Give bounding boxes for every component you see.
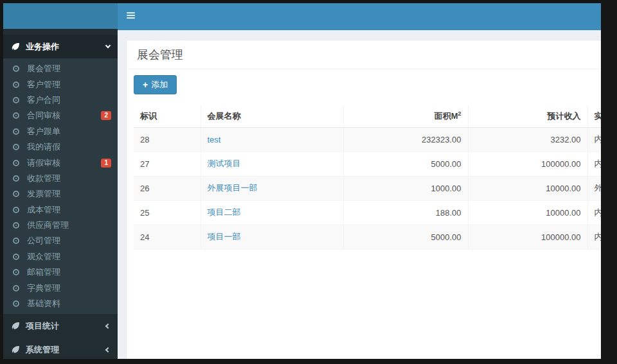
app-window: 业务操作 展会管理 客户管理 客户合同 合同审核 2 客户跟单 我的请假 请假审… [3, 3, 601, 359]
sidebar-item-label: 供应商管理 [27, 220, 111, 231]
table-row: 28test232323.003232.00内展项目 [134, 127, 601, 152]
sidebar-item-label: 收款管理 [27, 173, 111, 184]
notification-badge: 1 [101, 159, 111, 168]
column-header-dept: 实施部门 [587, 105, 601, 127]
cell-id: 28 [134, 127, 201, 152]
dot-circle-icon [13, 300, 19, 307]
sidebar-item[interactable]: 客户管理 [3, 76, 118, 92]
exhibition-name-link[interactable]: test [208, 135, 221, 144]
cell-name: 项目二部 [201, 200, 343, 225]
sidebar-section-label: 系统管理 [26, 344, 106, 356]
sidebar-item[interactable]: 收款管理 [3, 171, 118, 186]
sidebar-item[interactable]: 展会管理 [3, 61, 118, 76]
sidebar-item-label: 我的请假 [27, 141, 111, 153]
sidebar-item[interactable]: 成本管理 [3, 202, 118, 218]
add-button[interactable]: + 添加 [134, 75, 177, 94]
leaf-icon [11, 322, 20, 331]
sidebar-item-label: 字典管理 [27, 282, 111, 294]
sidebar-section-business-ops[interactable]: 业务操作 [3, 35, 118, 58]
cell-name: 外展项目一部 [201, 176, 343, 200]
column-header-id: 标识 [134, 105, 201, 127]
chevron-left-icon [105, 324, 111, 329]
leaf-icon [11, 42, 20, 51]
dot-circle-icon [13, 160, 19, 166]
dot-circle-icon [13, 207, 19, 213]
cell-dept: 外展项目 [587, 176, 601, 200]
dot-circle-icon [13, 82, 19, 88]
chevron-left-icon [105, 347, 111, 352]
sidebar-item-label: 发票管理 [27, 188, 111, 200]
cell-id: 24 [134, 225, 201, 249]
sidebar-item[interactable]: 我的请假 [3, 139, 118, 155]
panel-body: + 添加 标识会展名称面积M2预计收入实施部门 28test232323.003… [127, 69, 601, 250]
sidebar-item-label: 客户合同 [27, 94, 111, 106]
chevron-down-icon [105, 43, 111, 48]
table-row: 26外展项目一部1000.0010000.00外展项目 [134, 176, 601, 200]
cell-income: 3232.00 [468, 127, 587, 152]
exhibition-name-link[interactable]: 测试项目 [208, 159, 241, 168]
cell-name: 项目一部 [201, 225, 343, 249]
sidebar-item[interactable]: 字典管理 [3, 280, 118, 295]
sidebar-item-label: 合同审核 [27, 110, 101, 121]
sidebar-item-label: 观众管理 [27, 251, 111, 263]
cell-id: 26 [134, 176, 201, 200]
plus-icon: + [143, 80, 148, 89]
dot-circle-icon [13, 97, 19, 103]
dot-circle-icon [13, 191, 19, 197]
cell-income: 10000.00 [468, 200, 587, 225]
sidebar-section-project-stats[interactable]: 项目统计 [3, 314, 118, 338]
hamburger-icon[interactable] [126, 12, 136, 22]
exhibition-name-link[interactable]: 项目一部 [208, 232, 241, 241]
panel-header: 展会管理 [127, 40, 601, 69]
sidebar-item-label: 展会管理 [27, 63, 111, 74]
sidebar-item[interactable]: 请假审核 1 [3, 155, 118, 170]
sidebar-item[interactable]: 邮箱管理 [3, 264, 118, 280]
column-header-area: 面积M2 [343, 105, 468, 127]
cell-dept: 内展项目 [587, 225, 601, 249]
cell-area: 5000.00 [343, 152, 468, 176]
dot-circle-icon [13, 175, 19, 182]
notification-badge: 2 [101, 111, 111, 120]
cell-name: test [201, 127, 343, 152]
dot-circle-icon [13, 269, 19, 275]
sidebar: 业务操作 展会管理 客户管理 客户合同 合同审核 2 客户跟单 我的请假 请假审… [3, 29, 118, 359]
cell-dept: 内展项目 [587, 152, 601, 176]
table-row: 24项目一部5000.00100000.00内展项目 [134, 225, 601, 249]
sidebar-item-label: 客户管理 [27, 79, 111, 91]
logo-area [3, 3, 118, 29]
sidebar-item-label: 请假审核 [27, 157, 101, 169]
exhibition-name-link[interactable]: 外展项目一部 [208, 183, 258, 193]
sidebar-item[interactable]: 客户合同 [3, 92, 118, 108]
table-header-row: 标识会展名称面积M2预计收入实施部门 [134, 105, 601, 127]
sidebar-item-label: 客户跟单 [27, 126, 111, 137]
cell-name: 测试项目 [201, 152, 343, 176]
cell-id: 25 [134, 200, 201, 225]
top-navbar [118, 3, 601, 30]
sidebar-item[interactable]: 公司管理 [3, 233, 118, 248]
dot-circle-icon [13, 222, 19, 229]
exhibition-name-link[interactable]: 项目二部 [208, 207, 241, 217]
exhibition-table: 标识会展名称面积M2预计收入实施部门 28test232323.003232.0… [134, 105, 601, 250]
dot-circle-icon [13, 128, 19, 135]
sidebar-item[interactable]: 基础资料 [3, 296, 118, 311]
cell-dept: 内展项目 [587, 200, 601, 225]
sidebar-section-system-mgmt[interactable]: 系统管理 [3, 338, 118, 359]
dot-circle-icon [13, 238, 19, 244]
sidebar-section-label: 项目统计 [26, 320, 106, 332]
cell-income: 100000.00 [468, 152, 587, 176]
exhibition-panel: 展会管理 + 添加 标识会展名称面积M2预计收入实施部门 28test23232… [126, 40, 601, 359]
sidebar-item[interactable]: 供应商管理 [3, 218, 118, 233]
column-header-name: 会展名称 [201, 105, 343, 127]
content-area: 展会管理 + 添加 标识会展名称面积M2预计收入实施部门 28test23232… [118, 30, 601, 359]
cell-dept: 内展项目 [587, 127, 601, 152]
sidebar-item[interactable]: 客户跟单 [3, 124, 118, 139]
add-button-label: 添加 [151, 79, 168, 91]
cell-income: 10000.00 [468, 176, 587, 200]
sidebar-item[interactable]: 观众管理 [3, 249, 118, 264]
table-row: 27测试项目5000.00100000.00内展项目 [134, 152, 601, 176]
table-row: 25项目二部188.0010000.00内展项目 [134, 200, 601, 225]
sidebar-item[interactable]: 合同审核 2 [3, 108, 118, 123]
cell-id: 27 [134, 152, 201, 176]
sidebar-item[interactable]: 发票管理 [3, 186, 118, 202]
sidebar-section-label: 业务操作 [26, 41, 106, 53]
